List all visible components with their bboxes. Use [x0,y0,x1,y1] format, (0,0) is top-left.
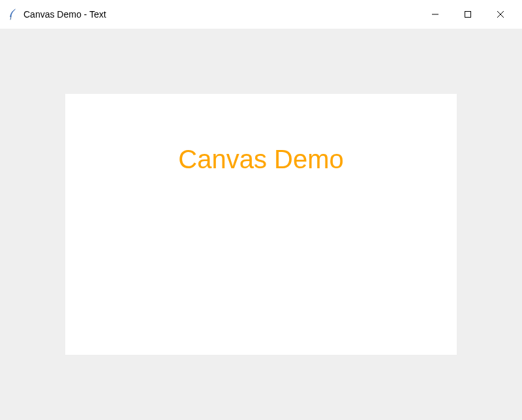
window-controls [419,0,517,29]
tk-feather-icon [7,8,18,20]
minimize-button[interactable] [419,0,452,29]
close-button[interactable] [484,0,517,29]
canvas-widget[interactable]: Canvas Demo [65,94,457,355]
svg-rect-1 [465,12,471,18]
window-titlebar: Canvas Demo - Text [0,0,522,29]
canvas-text: Canvas Demo [178,145,343,174]
client-area: Canvas Demo [0,29,522,420]
window-title: Canvas Demo - Text [23,9,419,20]
maximize-button[interactable] [452,0,484,29]
